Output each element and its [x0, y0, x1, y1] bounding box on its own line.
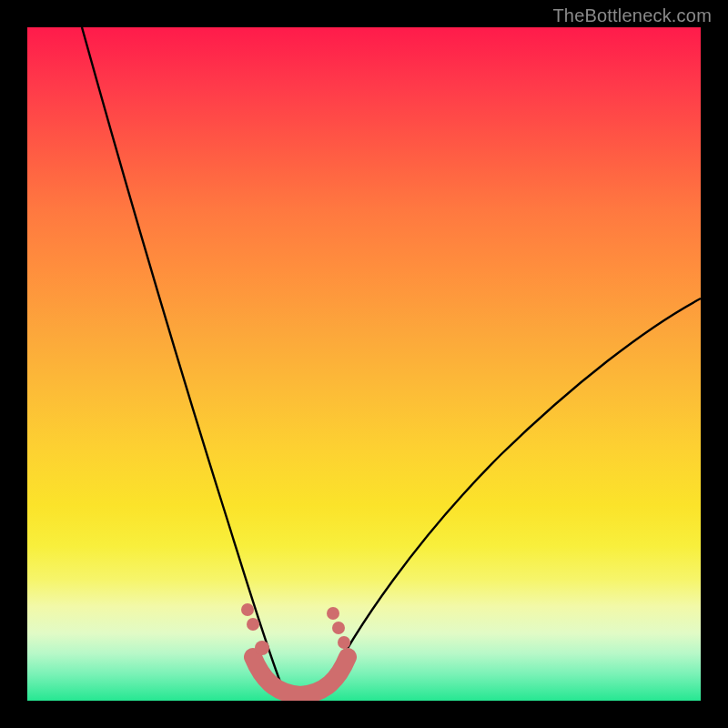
marker-dot-right-1: [327, 607, 339, 620]
marker-dot-right-3: [338, 636, 350, 649]
marker-dot-right-2: [332, 622, 345, 634]
left-curve: [82, 27, 284, 692]
marker-dot-left-3: [255, 641, 269, 655]
marker-dot-left-2: [247, 618, 259, 631]
marker-dot-left-1: [241, 603, 254, 616]
watermark-label: TheBottleneck.com: [552, 5, 712, 26]
right-curve: [324, 298, 701, 692]
plot-area: [27, 27, 701, 701]
valley-marker-band: [253, 657, 348, 695]
curve-layer: [27, 27, 701, 701]
chart-frame: TheBottleneck.com: [0, 0, 728, 728]
